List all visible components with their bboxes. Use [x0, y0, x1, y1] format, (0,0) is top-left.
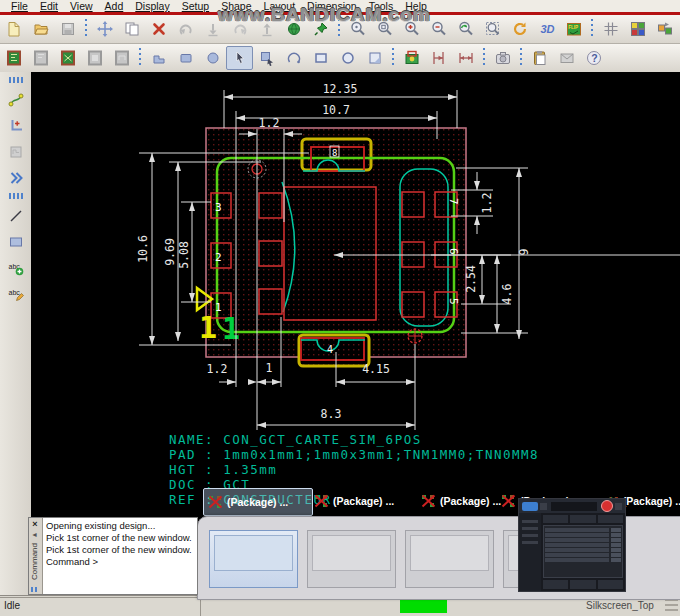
window-thumbnail-3[interactable] [405, 530, 494, 588]
window-thumbnail-1[interactable] [209, 530, 298, 588]
add-rectangle-button[interactable] [2, 230, 29, 254]
record-button[interactable] [601, 500, 613, 512]
snapshot-camera-button[interactable] [489, 46, 516, 70]
dim-bottom-mid: 4.15 [362, 362, 390, 376]
allegro-package-icon [314, 494, 329, 508]
collapse-icon[interactable]: ◄ [31, 531, 38, 538]
bandicam-body [519, 513, 625, 591]
toolbar-separator [389, 48, 397, 68]
open-board-button[interactable] [0, 46, 27, 70]
menu-view[interactable]: View [64, 0, 99, 12]
dim-left-outer: 10.6 [136, 235, 150, 263]
shape-circle-button[interactable] [199, 46, 226, 70]
shape-rectangle-button[interactable] [172, 46, 199, 70]
view-3d-button[interactable]: 3D [533, 17, 560, 41]
menu-file[interactable]: File [5, 0, 34, 12]
package-symbol-button[interactable] [398, 46, 425, 70]
footprint-geometry: 3 2 1 7 6 5 8 4 1 1 [197, 128, 466, 366]
dim-left-inner: 5.08 [177, 241, 191, 269]
view-3d-glyph: 3D [540, 23, 554, 35]
menu-edit[interactable]: Edit [34, 0, 64, 12]
paste-special-button[interactable] [526, 46, 553, 70]
flip-design-button[interactable]: FLIP [560, 17, 587, 41]
bandicam-main [541, 513, 625, 591]
taskbar-package-window-2[interactable]: (Package) ... [310, 488, 418, 514]
console-prompt: Command > [46, 556, 194, 568]
shape-polygon-button[interactable] [145, 46, 172, 70]
menu-display[interactable]: Display [129, 0, 175, 12]
taskbar-package-window-1[interactable]: (Package) ... [203, 488, 313, 516]
add-text-button[interactable]: abc [2, 256, 29, 280]
dim-right-outer: 9 [517, 248, 531, 255]
help-button[interactable]: ? [580, 46, 607, 70]
bandicam-tabs [543, 515, 623, 523]
allegro-package-icon [421, 494, 436, 508]
menu-add[interactable]: Add [99, 0, 130, 12]
layer-tool-disabled [2, 140, 29, 164]
dimension-datum-button[interactable] [425, 46, 452, 70]
mail-button-disabled [553, 46, 580, 70]
open-file-button[interactable] [27, 17, 54, 41]
rectangle-outline-button[interactable] [307, 46, 334, 70]
edit-text-button[interactable]: abc [2, 282, 29, 306]
shape-corner-button[interactable] [361, 46, 388, 70]
allegro-package-icon [501, 494, 516, 508]
console-line: Pick 1st corner of the new window. [46, 544, 194, 556]
window-resize-grip[interactable] [665, 599, 678, 613]
toolbar-group-separator [9, 193, 23, 199]
bandicam-recording-list[interactable] [543, 525, 623, 578]
select-shape-button[interactable] [226, 46, 253, 70]
bandicam-footer-buttons [543, 580, 623, 589]
toolbar-separator [517, 48, 525, 68]
thumbnail-preview [312, 535, 391, 571]
command-window-titlebar: × ◄ Command [29, 518, 43, 594]
slide-spread-button[interactable] [2, 166, 29, 190]
bandicam-app-preview [518, 498, 626, 592]
taskbar-label: (Package) ... [623, 495, 680, 507]
bandicam-mode-button[interactable] [522, 502, 538, 511]
command-window-drag-handle[interactable] [31, 587, 39, 592]
zoom-fit-button[interactable] [479, 17, 506, 41]
command-window: × ◄ Command Opening existing design... P… [28, 517, 198, 595]
toolbar-separator [588, 19, 596, 39]
zoom-previous-button[interactable] [452, 17, 479, 41]
command-console[interactable]: Opening existing design... Pick 1st corn… [43, 518, 197, 594]
console-line: Pick 1st corner of the new window. [46, 532, 194, 544]
menu-setup[interactable]: Setup [176, 0, 215, 12]
toolbar-drag-handle[interactable] [9, 77, 23, 83]
add-line-button[interactable] [2, 204, 29, 228]
dim-bottom-left2: 1 [266, 361, 273, 375]
visibility-button[interactable] [651, 17, 678, 41]
move-origin-button[interactable] [2, 114, 29, 138]
pin1-label-yellow: 1 [199, 310, 217, 345]
redraw-button[interactable] [506, 17, 533, 41]
close-icon[interactable]: × [30, 519, 40, 529]
dim-top-inner: 10.7 [322, 103, 350, 117]
save-button-disabled [54, 17, 81, 41]
pad-number-3: 3 [215, 201, 222, 214]
bandicam-timer-display [551, 502, 597, 511]
thumbnail-preview [214, 535, 293, 571]
window-thumbnail-2[interactable] [307, 530, 396, 588]
shape-arc-button[interactable] [280, 46, 307, 70]
pin1-label-green: 1 [222, 311, 240, 346]
pcb-editor-window: File Edit View Add Display Setup Shape L… [0, 0, 680, 616]
dimension-linear-button[interactable] [452, 46, 479, 70]
bandicam-tool-icon [540, 503, 547, 510]
move-button[interactable] [91, 17, 118, 41]
dim-right-pitch: 2.54 [464, 265, 478, 293]
shape-select-edit-button[interactable] [253, 46, 280, 70]
delete-button[interactable] [145, 17, 172, 41]
new-file-button[interactable] [0, 17, 27, 41]
dim-bottom-span: 8.3 [321, 407, 342, 421]
board-tool-disabled [27, 46, 54, 70]
pad-number-8: 8 [332, 148, 337, 158]
taskbar-label: (Package) ... [440, 495, 501, 507]
circle-outline-button[interactable] [334, 46, 361, 70]
color-dialog-button[interactable] [624, 17, 651, 41]
grid-toggle-button[interactable] [597, 17, 624, 41]
copy-button[interactable] [118, 17, 145, 41]
route-connect-button[interactable] [2, 88, 29, 112]
pad-number-4: 4 [327, 344, 333, 355]
board-symbol-button[interactable] [54, 46, 81, 70]
